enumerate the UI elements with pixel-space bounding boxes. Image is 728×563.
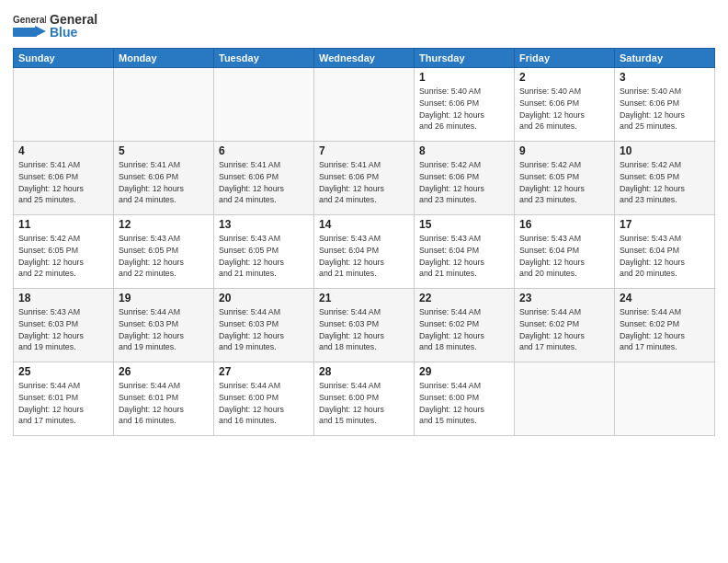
svg-rect-1 <box>13 28 37 37</box>
calendar-cell: 26Sunrise: 5:44 AMSunset: 6:01 PMDayligh… <box>114 362 214 436</box>
day-info: Sunrise: 5:43 AMSunset: 6:04 PMDaylight:… <box>519 233 609 280</box>
day-info: Sunrise: 5:44 AMSunset: 6:00 PMDaylight:… <box>319 380 409 427</box>
day-number: 12 <box>119 218 209 231</box>
day-info: Sunrise: 5:42 AMSunset: 6:05 PMDaylight:… <box>519 159 609 206</box>
calendar-cell: 28Sunrise: 5:44 AMSunset: 6:00 PMDayligh… <box>314 362 415 436</box>
day-number: 4 <box>18 144 108 157</box>
calendar-cell: 3Sunrise: 5:40 AMSunset: 6:06 PMDaylight… <box>615 68 715 142</box>
day-number: 10 <box>620 144 710 157</box>
day-number: 3 <box>620 71 710 84</box>
day-number: 20 <box>219 292 309 304</box>
day-number: 22 <box>419 292 509 304</box>
day-number: 15 <box>419 218 509 231</box>
day-number: 29 <box>419 365 509 378</box>
calendar-cell: 9Sunrise: 5:42 AMSunset: 6:05 PMDaylight… <box>515 142 615 215</box>
day-header-tuesday: Tuesday <box>214 49 314 68</box>
calendar-cell: 14Sunrise: 5:43 AMSunset: 6:04 PMDayligh… <box>314 215 415 289</box>
calendar-cell: 16Sunrise: 5:43 AMSunset: 6:04 PMDayligh… <box>515 215 615 289</box>
day-info: Sunrise: 5:43 AMSunset: 6:04 PMDaylight:… <box>319 233 409 280</box>
day-info: Sunrise: 5:44 AMSunset: 6:01 PMDaylight:… <box>119 380 209 427</box>
calendar-cell: 6Sunrise: 5:41 AMSunset: 6:06 PMDaylight… <box>214 142 314 215</box>
calendar-cell: 10Sunrise: 5:42 AMSunset: 6:05 PMDayligh… <box>615 142 715 215</box>
day-info: Sunrise: 5:43 AMSunset: 6:05 PMDaylight:… <box>119 233 209 280</box>
day-info: Sunrise: 5:40 AMSunset: 6:06 PMDaylight:… <box>419 86 509 132</box>
day-info: Sunrise: 5:44 AMSunset: 6:03 PMDaylight:… <box>219 306 309 353</box>
calendar-cell: 21Sunrise: 5:44 AMSunset: 6:03 PMDayligh… <box>314 289 415 362</box>
day-info: Sunrise: 5:44 AMSunset: 6:03 PMDaylight:… <box>319 306 409 353</box>
calendar-cell: 2Sunrise: 5:40 AMSunset: 6:06 PMDaylight… <box>515 68 615 142</box>
day-info: Sunrise: 5:44 AMSunset: 6:03 PMDaylight:… <box>119 306 209 353</box>
day-info: Sunrise: 5:41 AMSunset: 6:06 PMDaylight:… <box>119 159 209 206</box>
calendar-cell: 19Sunrise: 5:44 AMSunset: 6:03 PMDayligh… <box>114 289 214 362</box>
calendar-cell: 11Sunrise: 5:42 AMSunset: 6:05 PMDayligh… <box>14 215 114 289</box>
day-info: Sunrise: 5:44 AMSunset: 6:02 PMDaylight:… <box>419 306 509 353</box>
day-info: Sunrise: 5:41 AMSunset: 6:06 PMDaylight:… <box>219 159 309 206</box>
day-info: Sunrise: 5:44 AMSunset: 6:00 PMDaylight:… <box>219 380 309 427</box>
day-number: 25 <box>18 365 108 378</box>
calendar-cell: 7Sunrise: 5:41 AMSunset: 6:06 PMDaylight… <box>314 142 415 215</box>
day-number: 5 <box>119 144 209 157</box>
day-number: 8 <box>419 144 509 157</box>
day-info: Sunrise: 5:44 AMSunset: 6:01 PMDaylight:… <box>18 380 108 427</box>
day-number: 18 <box>18 292 108 304</box>
calendar-cell <box>515 362 615 436</box>
day-info: Sunrise: 5:42 AMSunset: 6:05 PMDaylight:… <box>620 159 710 206</box>
calendar-cell: 18Sunrise: 5:43 AMSunset: 6:03 PMDayligh… <box>14 289 114 362</box>
logo-svg: General <box>13 9 46 42</box>
day-number: 1 <box>419 71 509 84</box>
svg-text:General: General <box>13 15 46 25</box>
calendar-cell: 23Sunrise: 5:44 AMSunset: 6:02 PMDayligh… <box>515 289 615 362</box>
day-info: Sunrise: 5:43 AMSunset: 6:05 PMDaylight:… <box>219 233 309 280</box>
calendar-cell: 1Sunrise: 5:40 AMSunset: 6:06 PMDaylight… <box>415 68 515 142</box>
days-of-week-row: SundayMondayTuesdayWednesdayThursdayFrid… <box>14 49 715 68</box>
calendar-cell: 27Sunrise: 5:44 AMSunset: 6:00 PMDayligh… <box>214 362 314 436</box>
calendar-week-3: 11Sunrise: 5:42 AMSunset: 6:05 PMDayligh… <box>14 215 715 289</box>
calendar-cell <box>14 68 114 142</box>
svg-marker-2 <box>35 26 46 37</box>
calendar-cell <box>114 68 214 142</box>
day-info: Sunrise: 5:43 AMSunset: 6:03 PMDaylight:… <box>18 306 108 353</box>
logo: General General Blue <box>13 9 97 42</box>
day-header-sunday: Sunday <box>14 49 114 68</box>
day-info: Sunrise: 5:43 AMSunset: 6:04 PMDaylight:… <box>620 233 710 280</box>
calendar-cell: 24Sunrise: 5:44 AMSunset: 6:02 PMDayligh… <box>615 289 715 362</box>
day-info: Sunrise: 5:42 AMSunset: 6:05 PMDaylight:… <box>18 233 108 280</box>
calendar-cell: 25Sunrise: 5:44 AMSunset: 6:01 PMDayligh… <box>14 362 114 436</box>
day-info: Sunrise: 5:44 AMSunset: 6:02 PMDaylight:… <box>519 306 609 353</box>
day-info: Sunrise: 5:40 AMSunset: 6:06 PMDaylight:… <box>620 86 710 132</box>
day-number: 21 <box>319 292 409 304</box>
day-header-saturday: Saturday <box>615 49 715 68</box>
calendar-cell <box>615 362 715 436</box>
day-info: Sunrise: 5:44 AMSunset: 6:02 PMDaylight:… <box>620 306 710 353</box>
day-number: 26 <box>119 365 209 378</box>
day-info: Sunrise: 5:44 AMSunset: 6:00 PMDaylight:… <box>419 380 509 427</box>
calendar-cell: 22Sunrise: 5:44 AMSunset: 6:02 PMDayligh… <box>415 289 515 362</box>
day-number: 7 <box>319 144 409 157</box>
day-info: Sunrise: 5:40 AMSunset: 6:06 PMDaylight:… <box>519 86 609 132</box>
day-number: 2 <box>519 71 609 84</box>
day-info: Sunrise: 5:41 AMSunset: 6:06 PMDaylight:… <box>319 159 409 206</box>
calendar-week-5: 25Sunrise: 5:44 AMSunset: 6:01 PMDayligh… <box>14 362 715 436</box>
calendar-cell: 15Sunrise: 5:43 AMSunset: 6:04 PMDayligh… <box>415 215 515 289</box>
calendar-week-2: 4Sunrise: 5:41 AMSunset: 6:06 PMDaylight… <box>14 142 715 215</box>
calendar-body: 1Sunrise: 5:40 AMSunset: 6:06 PMDaylight… <box>14 68 715 436</box>
calendar-cell: 13Sunrise: 5:43 AMSunset: 6:05 PMDayligh… <box>214 215 314 289</box>
day-number: 28 <box>319 365 409 378</box>
day-number: 6 <box>219 144 309 157</box>
logo-text-block: General Blue <box>50 13 97 39</box>
day-number: 13 <box>219 218 309 231</box>
day-info: Sunrise: 5:42 AMSunset: 6:06 PMDaylight:… <box>419 159 509 206</box>
calendar-cell: 8Sunrise: 5:42 AMSunset: 6:06 PMDaylight… <box>415 142 515 215</box>
day-header-thursday: Thursday <box>415 49 515 68</box>
day-number: 24 <box>620 292 710 304</box>
day-header-wednesday: Wednesday <box>314 49 415 68</box>
day-number: 23 <box>519 292 609 304</box>
page-header: General General Blue <box>13 9 715 42</box>
calendar-week-4: 18Sunrise: 5:43 AMSunset: 6:03 PMDayligh… <box>14 289 715 362</box>
logo-blue-text: Blue <box>50 25 77 40</box>
calendar-table: SundayMondayTuesdayWednesdayThursdayFrid… <box>13 48 715 436</box>
calendar-header: SundayMondayTuesdayWednesdayThursdayFrid… <box>14 49 715 68</box>
day-number: 11 <box>18 218 108 231</box>
day-number: 14 <box>319 218 409 231</box>
calendar-cell <box>314 68 415 142</box>
